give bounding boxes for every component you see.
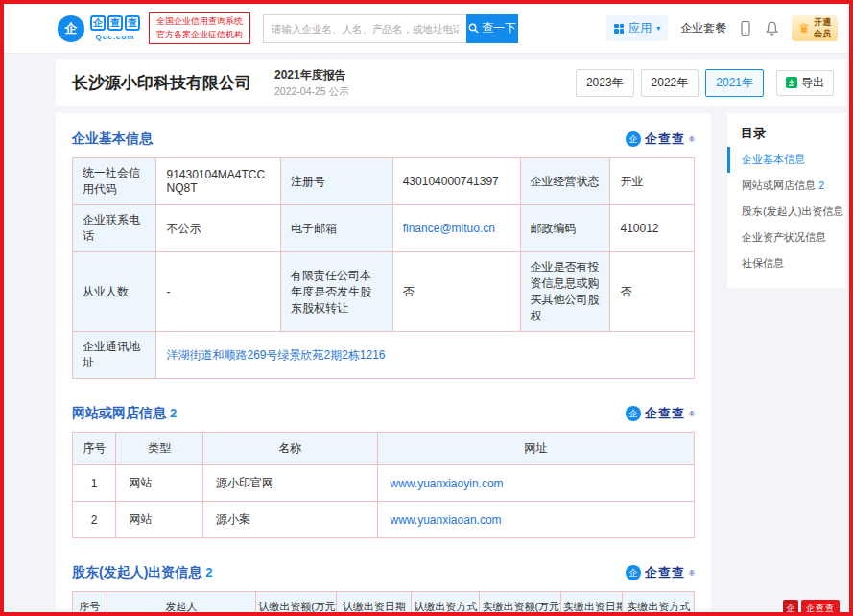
- website-name: 源小印官网: [203, 465, 377, 502]
- toc-panel: 目录 企业基本信息 网站或网店信息2 股东(发起人)出资信息2 企业资产状况信息…: [727, 113, 847, 288]
- table-row: 统一社会信用代码 91430104MA4TCCNQ8T 注册号 43010400…: [73, 158, 695, 205]
- apps-grid-icon: [614, 24, 624, 34]
- email-label: 电子邮箱: [281, 205, 393, 252]
- col-header-no: 序号: [73, 592, 107, 616]
- qcc-logo-icon: 企: [58, 15, 84, 42]
- logo-char: 查: [125, 15, 140, 31]
- qcc-brand-stamp: 企 企查查 ®: [626, 130, 695, 148]
- website-url: www.yuanxiaoyin.com: [377, 465, 694, 502]
- qcc-brand-text: 企查查: [645, 130, 685, 148]
- section-title-shareholders: 股东(发起人)出资信息2: [72, 564, 213, 581]
- toc-item-websites[interactable]: 网站或网店信息2: [727, 173, 847, 199]
- year-switcher: 2023年 2022年 2021年 导出: [576, 69, 834, 97]
- website-url: www.yuanxiaoan.com: [377, 502, 694, 538]
- website-name: 源小案: [203, 502, 377, 538]
- bell-icon: [765, 20, 779, 36]
- qcc-mini-icon: 企: [626, 131, 641, 147]
- toc-item-shareholders[interactable]: 股东(发起人)出资信息2: [727, 199, 847, 225]
- vip-upgrade-button[interactable]: ♛ 开通 会员: [792, 15, 838, 41]
- col-header-sub-amount: 认缴出资额(万元): [256, 592, 337, 616]
- company-name: 长沙源小印科技有限公司: [72, 72, 251, 94]
- shareholder-count: 2: [205, 565, 212, 580]
- search-button-label: 查一下: [482, 20, 516, 36]
- col-header-name: 名称: [203, 433, 377, 465]
- report-title-bar: 长沙源小印科技有限公司 2021年度报告 2022-04-25 公示 2023年…: [56, 59, 847, 106]
- search-button[interactable]: 查一下: [466, 14, 518, 43]
- table-header-row: 序号 发起人 认缴出资额(万元) 认缴出资日期 认缴出资方式 实缴出资额(万元)…: [73, 592, 695, 616]
- certification-badge: 全国企业信用查询系统 官方备案企业征信机构: [149, 12, 250, 43]
- year-tab-2021[interactable]: 2021年: [705, 69, 764, 97]
- website-count: 2: [170, 406, 177, 420]
- toc-item-basic-info[interactable]: 企业基本信息: [727, 147, 847, 173]
- export-button[interactable]: 导出: [776, 70, 834, 96]
- section-title-websites: 网站或网店信息2: [72, 405, 177, 422]
- col-header-no: 序号: [73, 433, 116, 465]
- table-row: 从业人数 - 有限责任公司本年度是否发生股东股权转让 否 企业是否有投资信息息或…: [73, 252, 695, 332]
- year-tab-2022[interactable]: 2022年: [641, 69, 699, 97]
- postcode-label: 邮政编码: [520, 205, 610, 252]
- notifications-button[interactable]: [765, 20, 779, 36]
- qcc-mini-icon: 企: [626, 565, 641, 580]
- report-meta: 2021年度报告 2022-04-25 公示: [274, 67, 349, 99]
- address-value: 洋湖街道和顺路269号绿景欣苑2期2栋1216: [156, 332, 695, 379]
- website-url-link[interactable]: www.yuanxiaoan.com: [391, 513, 502, 527]
- apps-menu[interactable]: 应用 ▾: [606, 15, 668, 41]
- page-frame: 企 企 查 查 Qcc.com 全国企业信用查询系统 官方备案企业征信机构 查一…: [0, 0, 853, 616]
- toc-item-assets[interactable]: 企业资产状况信息: [727, 225, 847, 250]
- search-bar: 查一下: [263, 14, 518, 43]
- top-nav: 应用 ▾ 企业套餐 ♛ 开通 会员: [606, 15, 838, 41]
- section-title-basic-info: 企业基本信息: [72, 130, 153, 148]
- postcode-value: 410012: [610, 205, 695, 252]
- search-input[interactable]: [263, 14, 466, 43]
- col-header-type: 类型: [116, 433, 203, 465]
- chevron-down-icon: ▾: [656, 24, 660, 33]
- uscc-label: 统一社会信用代码: [73, 158, 156, 205]
- apps-label: 应用: [628, 20, 652, 36]
- qcc-mini-icon: 企: [626, 406, 641, 421]
- report-publish-date: 2022-04-25 公示: [274, 85, 349, 99]
- employees-value: -: [156, 252, 281, 332]
- logo-char: 查: [107, 15, 123, 31]
- email-link[interactable]: finance@mituo.cn: [403, 222, 495, 235]
- investment-value: 否: [610, 252, 695, 332]
- col-header-url: 网址: [377, 433, 694, 465]
- table-row: 企业联系电话 不公示 电子邮箱 finance@mituo.cn 邮政编码 41…: [73, 205, 695, 252]
- employees-label: 从业人数: [73, 252, 156, 332]
- shareholder-table: 序号 发起人 认缴出资额(万元) 认缴出资日期 认缴出资方式 实缴出资额(万元)…: [72, 591, 695, 616]
- table-header-row: 序号 类型 名称 网址: [73, 433, 695, 465]
- vip-label: 开通 会员: [814, 17, 831, 39]
- registered-mark: ®: [689, 410, 695, 418]
- toc-title: 目录: [727, 125, 847, 142]
- website-type: 网站: [116, 465, 203, 502]
- enterprise-package-link[interactable]: 企业套餐: [680, 20, 726, 36]
- qcc-logo[interactable]: 企 企 查 查 Qcc.com: [58, 15, 140, 42]
- address-label: 企业通讯地址: [73, 332, 156, 379]
- logo-char: 企: [90, 15, 106, 31]
- export-icon: [786, 77, 797, 88]
- phone-icon: [739, 20, 752, 36]
- col-header-paid-date: 实缴出资日期: [560, 592, 623, 616]
- col-header-sub-date: 认缴出资日期: [337, 592, 412, 616]
- col-header-paid-amount: 实缴出资额(万元): [480, 592, 560, 616]
- registered-mark: ®: [689, 569, 695, 578]
- basic-info-table: 统一社会信用代码 91430104MA4TCCNQ8T 注册号 43010400…: [72, 157, 695, 379]
- mobile-app-button[interactable]: [739, 20, 752, 36]
- qcc-logo-wordmark: 企 查 查: [90, 15, 140, 31]
- qcc-brand-text: 企查查: [645, 405, 685, 422]
- email-value: finance@mituo.cn: [392, 205, 520, 252]
- report-main-panel: 企业基本信息 企 企查查 ® 统一社会信用代码 91430104MA4TCCNQ…: [56, 113, 711, 616]
- equity-transfer-value: 否: [392, 252, 520, 332]
- toc-item-social-security[interactable]: 社保信息: [727, 250, 847, 276]
- address-link[interactable]: 洋湖街道和顺路269号绿景欣苑2期2栋1216: [166, 348, 385, 362]
- investment-label: 企业是否有投资信息息或购买其他公司股权: [520, 252, 610, 332]
- website-no: 2: [73, 502, 116, 538]
- website-row: 2 网站 源小案 www.yuanxiaoan.com: [73, 502, 695, 538]
- qcc-brand-stamp: 企 企查查 ®: [626, 405, 695, 422]
- top-header: 企 企 查 查 Qcc.com 全国企业信用查询系统 官方备案企业征信机构 查一…: [4, 4, 849, 54]
- cert-line1: 全国企业信用查询系统: [156, 15, 243, 28]
- website-url-link[interactable]: www.yuanxiaoyin.com: [391, 477, 504, 490]
- year-tab-2023[interactable]: 2023年: [576, 69, 634, 97]
- qcc-domain: Qcc.com: [90, 33, 140, 41]
- table-row: 企业通讯地址 洋湖街道和顺路269号绿景欣苑2期2栋1216: [73, 332, 695, 379]
- uscc-value: 91430104MA4TCCNQ8T: [156, 158, 281, 205]
